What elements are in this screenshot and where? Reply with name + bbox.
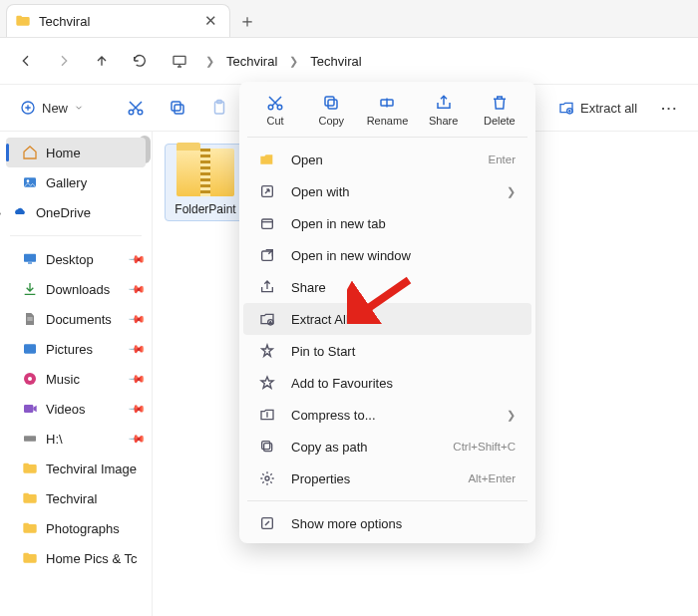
back-button[interactable] <box>8 43 44 79</box>
folder-icon <box>15 13 31 29</box>
sidebar-item-techviral[interactable]: Techviral <box>0 483 152 513</box>
ctx-delete-button[interactable]: Delete <box>473 92 526 129</box>
ctx-share-button[interactable]: Share <box>417 92 471 129</box>
ctx-pin-start[interactable]: Pin to Start <box>243 335 531 367</box>
ctx-add-favourites[interactable]: Add to Favourites <box>243 367 531 399</box>
sidebar-item-home[interactable]: Home <box>6 138 146 167</box>
sidebar-item-pictures[interactable]: Pictures📌 <box>0 334 152 364</box>
sidebar-separator <box>10 235 142 236</box>
pin-icon: 📌 <box>127 339 146 358</box>
ctx-show-more[interactable]: Show more options <box>243 507 531 539</box>
context-menu: Cut Copy Rename Share Delete Open Enter … <box>239 82 535 543</box>
svg-rect-4 <box>174 105 183 114</box>
sidebar-item-onedrive[interactable]: ❯ OneDrive <box>0 197 152 227</box>
new-window-icon <box>259 247 277 263</box>
folder-icon <box>22 461 38 476</box>
pc-icon[interactable] <box>166 43 193 79</box>
sidebar-item-gallery[interactable]: Gallery <box>0 167 152 197</box>
new-button[interactable]: New <box>10 96 94 120</box>
pin-icon <box>259 343 277 359</box>
folder-icon <box>22 490 38 506</box>
svg-rect-15 <box>24 344 36 353</box>
ctx-open-new-window[interactable]: Open in new window <box>243 239 531 271</box>
ctx-copy-path[interactable]: Copy as path Ctrl+Shift+C <box>243 431 531 462</box>
copy-button[interactable] <box>160 90 195 126</box>
menu-separator <box>247 500 527 501</box>
svg-rect-13 <box>27 318 32 319</box>
svg-rect-29 <box>264 444 272 452</box>
pin-icon: 📌 <box>127 279 146 298</box>
chevron-right-icon: ❯ <box>281 55 306 68</box>
folder-icon <box>22 550 38 566</box>
ctx-open[interactable]: Open Enter <box>243 144 531 175</box>
pictures-icon <box>22 341 38 357</box>
pin-icon: 📌 <box>127 309 146 328</box>
svg-rect-0 <box>174 56 185 64</box>
downloads-icon <box>22 281 38 297</box>
sidebar-item-music[interactable]: Music📌 <box>0 364 152 394</box>
more-icon <box>259 515 277 531</box>
ctx-compress[interactable]: Compress to... ❯ <box>243 399 531 431</box>
properties-icon <box>259 470 277 486</box>
zip-folder-icon <box>176 149 234 196</box>
ctx-copy-button[interactable]: Copy <box>304 92 358 129</box>
ctx-open-new-tab[interactable]: Open in new tab <box>243 207 531 239</box>
menu-separator <box>247 137 527 138</box>
forward-button[interactable] <box>46 43 82 79</box>
ctx-extract-all[interactable]: Extract All... <box>243 303 531 335</box>
window-tab[interactable]: Techviral ✕ <box>6 4 230 37</box>
svg-rect-26 <box>262 219 273 228</box>
ctx-rename-button[interactable]: Rename <box>360 92 414 129</box>
up-button[interactable] <box>84 43 120 79</box>
sidebar-item-videos[interactable]: Videos📌 <box>0 394 152 424</box>
sidebar-item-hdrive[interactable]: H:\📌 <box>0 424 152 454</box>
pin-icon: 📌 <box>127 429 146 448</box>
chevron-down-icon <box>74 103 84 113</box>
svg-rect-27 <box>262 251 273 260</box>
ctx-properties[interactable]: Properties Alt+Enter <box>243 462 531 494</box>
open-icon <box>259 152 277 167</box>
sidebar-item-documents[interactable]: Documents📌 <box>0 304 152 334</box>
titlebar: Techviral ✕ ＋ <box>0 0 698 38</box>
svg-rect-5 <box>172 102 180 111</box>
breadcrumb: ❯ Techviral ❯ Techviral <box>166 43 362 79</box>
sidebar-item-photographs[interactable]: Photographs <box>0 513 152 543</box>
music-icon <box>22 371 38 387</box>
new-tab-button[interactable]: ＋ <box>230 4 264 37</box>
pin-icon: 📌 <box>127 399 146 418</box>
file-name: FolderPaint <box>170 202 241 216</box>
file-item[interactable]: FolderPaint <box>165 144 246 221</box>
close-tab-button[interactable]: ✕ <box>200 12 221 30</box>
open-with-icon <box>259 183 277 199</box>
onedrive-icon <box>12 204 28 220</box>
ctx-share[interactable]: Share <box>243 271 531 303</box>
svg-rect-18 <box>24 405 33 413</box>
pin-icon: 📌 <box>127 249 146 268</box>
paste-button[interactable] <box>201 90 237 126</box>
sidebar-item-home-pics[interactable]: Home Pics & Tc <box>0 543 152 573</box>
gallery-icon <box>22 174 38 190</box>
ctx-open-with[interactable]: Open with ❯ <box>243 175 531 207</box>
home-icon <box>22 145 38 160</box>
svg-point-10 <box>27 179 30 182</box>
sidebar-item-downloads[interactable]: Downloads📌 <box>0 274 152 304</box>
chevron-right-icon: ❯ <box>0 207 2 218</box>
sidebar-item-desktop[interactable]: Desktop📌 <box>0 244 152 274</box>
desktop-icon <box>22 251 38 267</box>
svg-rect-14 <box>27 320 32 321</box>
chevron-right-icon: ❯ <box>507 185 516 198</box>
star-icon <box>259 375 277 391</box>
breadcrumb-item[interactable]: Techviral <box>310 54 361 69</box>
svg-point-31 <box>265 476 269 480</box>
folder-icon <box>22 520 38 536</box>
more-button[interactable]: ··· <box>651 101 688 116</box>
ctx-cut-button[interactable]: Cut <box>248 92 302 129</box>
extract-icon <box>558 100 574 116</box>
breadcrumb-item[interactable]: Techviral <box>226 54 277 69</box>
cut-button[interactable] <box>118 90 154 126</box>
sidebar-item-techviral-image[interactable]: Techviral Image <box>0 454 152 483</box>
refresh-button[interactable] <box>122 43 158 79</box>
extract-all-button[interactable]: Extract all <box>550 96 645 120</box>
extract-all-label: Extract all <box>580 101 637 116</box>
videos-icon <box>22 401 38 417</box>
